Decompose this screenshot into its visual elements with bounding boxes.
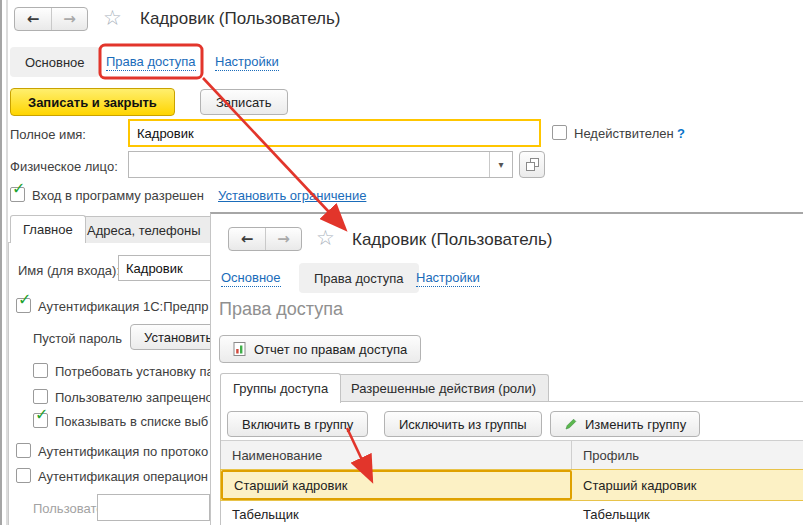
report-icon — [233, 342, 247, 356]
save-and-close-button[interactable]: Записать и закрыть — [10, 88, 175, 116]
show-in-list-label: Показывать в списке выб — [55, 414, 208, 429]
person-combo[interactable]: ▾ — [128, 151, 513, 178]
column-header-profile[interactable]: Профиль — [572, 441, 803, 469]
set-restriction-link[interactable]: Установить ограничение — [218, 188, 366, 203]
forward-icon: → — [63, 12, 76, 27]
tab-access-groups-label: Группы доступа — [233, 381, 328, 396]
table-row[interactable]: Старший кадровик Старший кадровик — [221, 470, 803, 500]
app-screen: ← → ☆ Кадровик (Пользователь) Основное П… — [0, 0, 803, 525]
auth-1c-label: Аутентификация 1С:Предпр — [38, 299, 209, 314]
invalid-checkbox[interactable] — [552, 125, 567, 140]
access-report-button[interactable]: Отчет по правам доступа — [219, 335, 421, 363]
inner-tab-contacts-label: Адреса, телефоны — [87, 223, 201, 238]
auth-protocol-label: Аутентификация по протоко — [38, 444, 208, 459]
back-icon: ← — [27, 12, 40, 27]
person-open-button[interactable] — [519, 151, 545, 178]
access-report-button-label: Отчет по правам доступа — [254, 342, 407, 357]
login-allowed-label: Вход в программу разрешен — [32, 188, 204, 203]
table-header[interactable]: Наименование Профиль — [221, 440, 803, 470]
login-allowed-checkbox[interactable]: ✓ — [10, 187, 25, 202]
tab-allowed-roles[interactable]: Разрешенные действия (роли) — [338, 374, 549, 401]
back-button[interactable]: ← — [15, 8, 51, 30]
person-input[interactable] — [129, 152, 489, 177]
auth-protocol-checkbox[interactable] — [16, 443, 31, 458]
cell-group-name[interactable]: Табельщик — [221, 500, 572, 525]
tab-access-rights[interactable]: Права доступа — [106, 54, 196, 71]
tab-allowed-roles-label: Разрешенные действия (роли) — [351, 381, 536, 396]
window-title: Кадровик (Пользователь) — [140, 9, 341, 29]
full-name-label: Полное имя: — [10, 127, 86, 142]
login-name-input[interactable] — [118, 255, 218, 281]
edit-group-button[interactable]: Изменить группу — [550, 411, 700, 437]
back-button[interactable]: ← — [229, 228, 265, 250]
tab-main[interactable]: Основное — [221, 270, 281, 287]
auth-1c-checkbox[interactable]: ✓ — [16, 298, 31, 313]
chevron-down-icon: ▾ — [498, 159, 503, 170]
edit-group-button-label: Изменить группу — [585, 417, 686, 432]
empty-password-label: Пустой пароль — [33, 331, 122, 346]
tab-access-rights[interactable]: Права доступа — [299, 263, 419, 293]
forward-button[interactable]: → — [51, 8, 87, 30]
auth-os-checkbox[interactable] — [16, 468, 31, 483]
auth-os-label: Аутентификация операцион — [38, 469, 208, 484]
login-name-label: Имя (для входа): — [18, 263, 120, 278]
include-in-group-button[interactable]: Включить в группу — [227, 411, 368, 437]
save-button[interactable]: Записать — [200, 89, 288, 115]
window-access-rights: ← → ☆ Кадровик (Пользователь) Основное П… — [210, 212, 803, 525]
pencil-icon — [564, 417, 578, 431]
require-password-checkbox[interactable] — [33, 363, 48, 378]
user-forbidden-checkbox[interactable] — [33, 389, 48, 404]
forward-icon: → — [277, 232, 290, 247]
tab-settings[interactable]: Настройки — [416, 270, 480, 287]
inner-tab-contacts[interactable]: Адреса, телефоны — [74, 216, 214, 243]
invalid-label: Недействителен — [574, 126, 674, 141]
person-label: Физическое лицо: — [10, 159, 118, 174]
nav-buttons: ← → — [228, 227, 302, 251]
tab-main[interactable]: Основное — [10, 47, 100, 77]
show-in-list-checkbox[interactable]: ✓ — [33, 413, 48, 428]
inner-tab-main[interactable]: Главное — [10, 215, 86, 243]
inner-tab-main-label: Главное — [23, 222, 73, 237]
favorite-star-icon[interactable]: ☆ — [103, 8, 122, 29]
person-dropdown-button[interactable]: ▾ — [489, 152, 512, 177]
favorite-star-icon[interactable]: ☆ — [316, 228, 335, 249]
tab-access-groups[interactable]: Группы доступа — [220, 373, 341, 403]
cell-profile[interactable]: Старший кадровик — [572, 470, 803, 500]
page-title: Права доступа — [219, 299, 343, 320]
os-user-input[interactable] — [97, 494, 210, 521]
forward-button[interactable]: → — [265, 228, 301, 250]
check-icon: ✓ — [12, 181, 25, 197]
cell-profile[interactable]: Табельщик — [572, 500, 803, 525]
invalid-help-link[interactable]: ? — [677, 126, 685, 141]
full-name-input[interactable] — [128, 119, 541, 147]
open-in-window-icon — [526, 158, 539, 171]
access-groups-panel: Включить в группу Исключить из группы Из… — [220, 401, 803, 525]
window-title: Кадровик (Пользователь) — [352, 230, 553, 250]
left-panel-edge — [0, 0, 8, 525]
tab-settings[interactable]: Настройки — [215, 54, 279, 71]
user-forbidden-label: Пользователю запрещено — [55, 390, 213, 405]
nav-buttons: ← → — [14, 7, 88, 31]
back-icon: ← — [241, 232, 254, 247]
cell-group-name[interactable]: Старший кадровик — [221, 470, 572, 500]
exclude-from-group-button[interactable]: Исключить из группы — [384, 411, 542, 437]
require-password-label: Потребовать установку па — [55, 364, 214, 379]
column-header-name[interactable]: Наименование — [221, 441, 572, 469]
table-row[interactable]: Табельщик Табельщик — [221, 500, 803, 525]
